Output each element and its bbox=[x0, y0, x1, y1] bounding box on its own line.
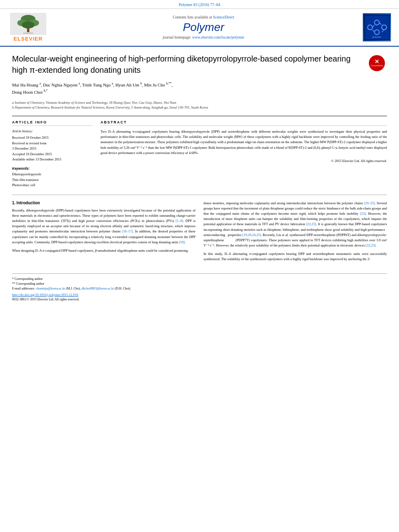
email-1-link[interactable]: chominju@korea.ac.kr bbox=[36, 287, 65, 290]
abstract-panel: ABSTRACT Two D–A alternating π-conjugate… bbox=[101, 120, 387, 188]
crossmark-x-icon: ✕ bbox=[374, 59, 379, 64]
body-section: 1. Introduction Recently, diketopyrrolop… bbox=[12, 195, 387, 265]
keywords-label: Keywords: bbox=[12, 166, 93, 170]
article-info-abstract-section: ARTICLE INFO Article history: Received 1… bbox=[12, 116, 387, 188]
svg-rect-5 bbox=[27, 28, 29, 32]
article-info-panel: ARTICLE INFO Article history: Received 1… bbox=[12, 120, 93, 188]
article-history-subhead: Article history: bbox=[12, 129, 93, 133]
ref-19-20-24-25[interactable]: [19,20,24,25] bbox=[243, 233, 261, 237]
journal-homepage: journal homepage: www.elsevier.com/locat… bbox=[48, 35, 359, 39]
email-2-person: (D.H. Choi). bbox=[115, 287, 131, 290]
ref-19-25[interactable]: [19–25] bbox=[364, 201, 375, 205]
keyword-photovoltaic-cell: Photovoltaic cell bbox=[12, 183, 93, 188]
copyright-text: © 2015 Elsevier Ltd. All rights reserved… bbox=[101, 159, 387, 163]
ref-10-17[interactable]: [10–17] bbox=[122, 229, 133, 233]
polymer-logo-icon: polymer bbox=[364, 14, 390, 41]
corresponding-note-1: * Corresponding author bbox=[12, 277, 387, 281]
elsevier-tree-icon: ELSEVIER bbox=[10, 13, 46, 35]
body-left-col: 1. Introduction Recently, diketopyrrolop… bbox=[12, 201, 195, 265]
svg-point-4 bbox=[22, 21, 35, 29]
polymer-logo-box: polymer bbox=[363, 13, 391, 41]
affiliation-a: a Institute of Chemistry, Vietnam Academ… bbox=[12, 100, 387, 105]
affiliations: a Institute of Chemistry, Vietnam Academ… bbox=[12, 100, 387, 111]
ref-1-9[interactable]: [1–9] bbox=[176, 219, 183, 223]
introduction-heading: 1. Introduction bbox=[12, 201, 195, 205]
doi-link[interactable]: http://dx.doi.org/10.1016/j.polymer.2015… bbox=[12, 293, 78, 297]
article-info-label: ARTICLE INFO bbox=[12, 120, 93, 126]
article-title: Molecular-weight engineering of high-per… bbox=[12, 53, 387, 76]
polymer-logo-right: polymer bbox=[359, 13, 391, 41]
top-bar: Polymer 83 (2016) 77–84 bbox=[0, 0, 399, 9]
keyword-thin-film-transistor: Thin film transistor bbox=[12, 177, 93, 183]
ref-18[interactable]: [18] bbox=[179, 240, 185, 244]
authors-line: Mai Ha Hoang a, Duc Nghia Nguyen a, Trin… bbox=[12, 81, 387, 96]
body-right-col: donor moieties, imposing molecular copla… bbox=[204, 201, 387, 265]
footer-doi: http://dx.doi.org/10.1016/j.polymer.2015… bbox=[12, 293, 387, 297]
right-para1: donor moieties, imposing molecular copla… bbox=[204, 201, 387, 249]
elsevier-name-text: ELSEVIER bbox=[14, 36, 43, 42]
footer-issn: 0032-3861/© 2015 Elsevier Ltd. All right… bbox=[12, 298, 387, 301]
footer-section: * Corresponding author ** Corresponding … bbox=[12, 273, 387, 301]
journal-title: Polymer bbox=[48, 21, 359, 34]
affiliation-b: b Department of Chemistry, Research Inst… bbox=[12, 105, 387, 110]
received-revised-label: Received in revised form bbox=[12, 141, 93, 146]
abstract-text: Two D–A alternating π-conjugated copolym… bbox=[101, 129, 387, 156]
email-1-person: (M.J. Cho), bbox=[66, 287, 81, 290]
svg-text:ELSEVIER: ELSEVIER bbox=[23, 32, 33, 34]
ref-23[interactable]: [23] bbox=[360, 212, 366, 216]
received-date: Received 19 October 2015 bbox=[12, 135, 93, 141]
keyword-diketopyrrolopyrrole: Diketopyrrolopyrrole bbox=[12, 172, 93, 177]
accepted-date: Accepted 10 December 2015 bbox=[12, 152, 93, 157]
contents-line: Contents lists available at ScienceDirec… bbox=[48, 15, 359, 19]
sciencedirect-link[interactable]: ScienceDirect bbox=[213, 15, 234, 19]
crossmark-label: CrossMark bbox=[370, 64, 383, 68]
homepage-link[interactable]: www.elsevier.com/locate/polymer bbox=[192, 35, 245, 39]
crossmark-badge[interactable]: ✕ CrossMark bbox=[367, 53, 387, 73]
ref-22-23[interactable]: [22,23] bbox=[306, 222, 316, 226]
right-para2: In this study, D–A alternating π-conjuga… bbox=[204, 251, 387, 262]
ref-22-23b[interactable]: [22,23] bbox=[366, 243, 376, 247]
received-revised-date: 3 December 2015 bbox=[12, 146, 93, 152]
journal-citation: Polymer 83 (2016) 77–84 bbox=[179, 2, 220, 7]
crossmark-circle: ✕ CrossMark bbox=[369, 55, 385, 71]
svg-text:polymer: polymer bbox=[372, 35, 381, 39]
available-online-date: Available online 13 December 2015 bbox=[12, 157, 93, 162]
intro-para2: When designing D–A π-conjugated DPP-base… bbox=[12, 248, 195, 253]
journal-center: Contents lists available at ScienceDirec… bbox=[48, 15, 359, 39]
elsevier-logo-area: ELSEVIER ELSEVIER bbox=[8, 13, 48, 42]
journal-header: ELSEVIER ELSEVIER Contents lists availab… bbox=[0, 9, 399, 47]
corresponding-note-2: ** Corresponding author bbox=[12, 282, 387, 286]
intro-para1: Recently, diketopyrrolopyrrole (DPP)-bas… bbox=[12, 208, 195, 245]
abstract-label: ABSTRACT bbox=[101, 120, 387, 126]
email-2-link[interactable]: dhchoi8803@korea.ac.kr bbox=[82, 287, 114, 290]
main-content: Molecular-weight engineering of high-per… bbox=[0, 47, 399, 309]
footer-emails: E-mail addresses: chominju@korea.ac.kr (… bbox=[12, 287, 387, 290]
email-label: E-mail addresses: bbox=[12, 287, 35, 290]
